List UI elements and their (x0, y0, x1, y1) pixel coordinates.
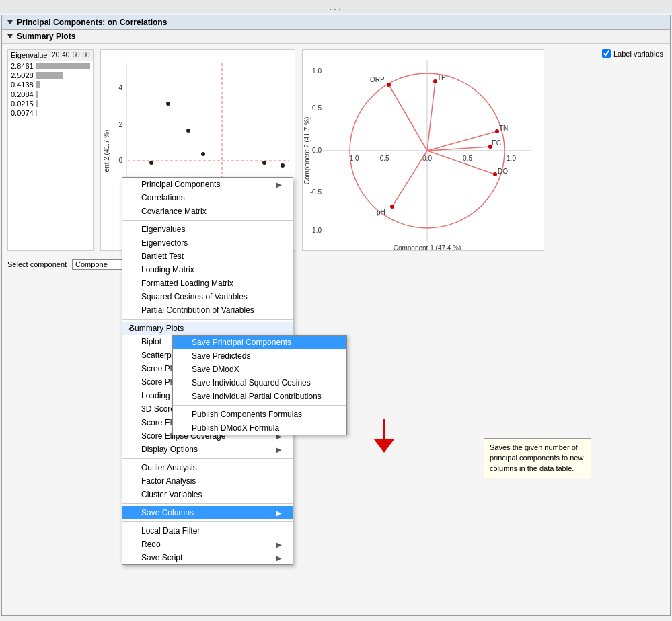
svg-text:4: 4 (118, 84, 122, 92)
menu-arrow-save-script: ▶ (276, 554, 282, 562)
scale-20: 20 (52, 51, 59, 59)
top-bar-dots: ... (5, 1, 667, 12)
sub-menu-item-publish-components-formulas[interactable]: Publish Components Formulas (173, 408, 346, 421)
svg-line-39 (427, 147, 490, 151)
menu-item-redo[interactable]: Redo ▶ (122, 538, 293, 551)
svg-point-46 (390, 205, 394, 209)
svg-text:-1.0: -1.0 (309, 227, 322, 234)
svg-line-45 (392, 151, 427, 207)
collapse-icon[interactable] (7, 20, 13, 24)
svg-text:0.0: 0.0 (312, 147, 322, 154)
menu-item-correlations[interactable]: Correlations (122, 191, 293, 205)
eigenvalue-scale: 20 40 60 80 (52, 51, 90, 59)
tooltip-text: Saves the given number of principal comp… (490, 443, 583, 472)
eigen-bar-3 (36, 81, 40, 88)
sub-menu-separator-1 (173, 405, 346, 406)
sub-menu-item-save-dmodx[interactable]: Save DModX (173, 363, 346, 376)
svg-point-7 (186, 129, 190, 133)
svg-point-31 (387, 83, 391, 87)
svg-text:ORP: ORP (370, 76, 385, 83)
menu-label-cluster-variables: Cluster Variables (141, 490, 202, 499)
sub-menu-item-save-principal-components[interactable]: Save Principal Components (173, 336, 346, 349)
menu-label-covariance-matrix: Covariance Matrix (141, 207, 207, 216)
svg-point-6 (166, 102, 170, 106)
menu-separator-1 (122, 220, 293, 221)
svg-line-33 (427, 81, 435, 151)
sub-menu-item-save-predicteds[interactable]: Save Predicteds (173, 349, 346, 363)
menu-item-covariance-matrix[interactable]: Covariance Matrix (122, 205, 293, 218)
menu-separator-5 (122, 521, 293, 522)
sub-menu-label-save-individual-squared-cosines: Save Individual Squared Cosines (192, 378, 311, 388)
menu-label-factor-analysis: Factor Analysis (141, 476, 196, 486)
menu-item-local-data-filter[interactable]: Local Data Filter (122, 524, 293, 538)
eigen-val-4: 0.2084 (11, 90, 34, 98)
eigen-bar-6 (36, 110, 37, 116)
menu-item-eigenvectors[interactable]: Eigenvectors (122, 236, 293, 250)
section-collapse-icon[interactable] (7, 34, 13, 38)
svg-text:-0.5: -0.5 (377, 155, 389, 162)
select-component-bar: Select component (2, 256, 670, 272)
eigenvalue-row-4: 0.2084 (8, 89, 93, 99)
eigen-bar-1 (36, 63, 90, 69)
svg-text:Component 1 (47.4 %): Component 1 (47.4 %) (393, 244, 461, 251)
svg-point-9 (201, 152, 205, 156)
label-variables-checkbox[interactable] (602, 49, 611, 58)
eigen-val-1: 2.8461 (11, 62, 34, 70)
menu-separator-2 (122, 319, 293, 320)
menu-label-principal-components: Principal Components (141, 180, 220, 189)
menu-label-biplot: Biplot (141, 337, 161, 346)
menu-label-summary-plots: Summary Plots (129, 324, 184, 333)
scale-40: 40 (62, 51, 69, 59)
menu-item-outlier-analysis[interactable]: Outlier Analysis (122, 461, 293, 474)
menu-item-summary-plots[interactable]: ✓ Summary Plots (122, 322, 293, 335)
svg-text:DO: DO (498, 168, 508, 175)
menu-item-save-columns[interactable]: Save Columns ▶ (122, 506, 293, 519)
svg-point-8 (149, 161, 153, 165)
menu-label-eigenvalues: Eigenvalues (141, 225, 185, 234)
menu-item-partial-contribution[interactable]: Partial Contribution of Variables (122, 303, 293, 317)
eigenvalue-row-2: 2.5028 (8, 71, 93, 80)
select-component-label: Select component (7, 260, 67, 268)
sub-menu-label-save-dmodx: Save DModX (192, 365, 239, 374)
menu-arrow-display-options: ▶ (276, 446, 282, 453)
menu-item-bartlett-test[interactable]: Bartlett Test (122, 250, 293, 263)
svg-line-36 (427, 131, 497, 151)
section-label: Summary Plots (17, 32, 75, 41)
scatter-y-label: ent 2 (41.7 %) (103, 130, 110, 172)
sub-menu-label-publish-components-formulas: Publish Components Formulas (192, 410, 302, 419)
menu-item-principal-components[interactable]: Principal Components ▶ (122, 178, 293, 191)
menu-item-display-options[interactable]: Display Options ▶ (122, 443, 293, 456)
svg-point-10 (262, 161, 266, 165)
menu-item-save-script[interactable]: Save Script ▶ (122, 551, 293, 564)
component-input[interactable] (72, 259, 126, 270)
menu-item-loading-matrix[interactable]: Loading Matrix (122, 263, 293, 277)
svg-point-11 (281, 163, 285, 168)
menu-arrow-save-columns: ▶ (276, 509, 282, 517)
scale-80: 80 (83, 51, 90, 59)
menu-item-squared-cosines[interactable]: Squared Cosines of Variables (122, 290, 293, 303)
menu-item-eigenvalues[interactable]: Eigenvalues (122, 223, 293, 236)
menu-label-eigenvectors: Eigenvectors (141, 238, 188, 248)
menu-item-factor-analysis[interactable]: Factor Analysis (122, 474, 293, 488)
menu-item-cluster-variables[interactable]: Cluster Variables (122, 488, 293, 501)
svg-text:0: 0 (118, 157, 122, 164)
eigenvalue-header: Eigenvalue 20 40 60 80 (8, 50, 93, 61)
circle-plot: Component 2 (41.7 %) Component 1 (47.4 %… (302, 49, 544, 251)
svg-text:pH: pH (377, 209, 385, 216)
red-arrow-indicator (367, 416, 401, 458)
circle-svg: Component 2 (41.7 %) Component 1 (47.4 %… (303, 50, 544, 251)
menu-separator-4 (122, 503, 293, 504)
eigen-bar-5 (36, 100, 38, 107)
svg-text:TP: TP (437, 74, 446, 81)
tooltip-box: Saves the given number of principal comp… (484, 438, 591, 478)
sub-menu-item-publish-dmodx-formula[interactable]: Publish DModX Formula (173, 421, 346, 435)
svg-text:1.0: 1.0 (507, 155, 516, 162)
sub-menu-item-save-individual-partial-contributions[interactable]: Save Individual Partial Contributions (173, 390, 346, 403)
window-title: Principal Components: on Correlations (17, 17, 167, 27)
menu-item-formatted-loading-matrix[interactable]: Formatted Loading Matrix (122, 277, 293, 290)
eigen-val-5: 0.0215 (11, 100, 34, 108)
svg-text:-0.5: -0.5 (309, 188, 322, 196)
menu-label-redo: Redo (141, 540, 161, 549)
eigenvalue-row-5: 0.0215 (8, 99, 93, 108)
sub-menu-item-save-individual-squared-cosines[interactable]: Save Individual Squared Cosines (173, 376, 346, 390)
